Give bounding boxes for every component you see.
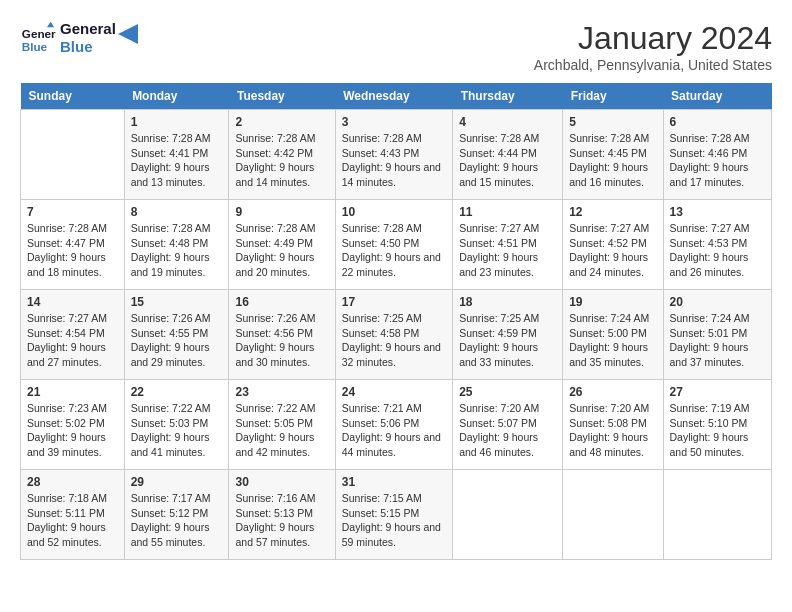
sunrise-text: Sunrise: 7:17 AM (131, 492, 211, 504)
month-title: January 2024 (534, 20, 772, 57)
daylight-text: Daylight: 9 hours and 16 minutes. (569, 161, 648, 188)
day-number: 17 (342, 295, 446, 309)
calendar-cell: 17 Sunrise: 7:25 AM Sunset: 4:58 PM Dayl… (335, 290, 452, 380)
day-number: 20 (670, 295, 765, 309)
day-number: 28 (27, 475, 118, 489)
daylight-text: Daylight: 9 hours and 17 minutes. (670, 161, 749, 188)
day-number: 18 (459, 295, 556, 309)
cell-content: Sunrise: 7:28 AM Sunset: 4:41 PM Dayligh… (131, 131, 223, 190)
calendar-cell: 13 Sunrise: 7:27 AM Sunset: 4:53 PM Dayl… (663, 200, 771, 290)
weekday-header-monday: Monday (124, 83, 229, 110)
sunrise-text: Sunrise: 7:28 AM (569, 132, 649, 144)
cell-content: Sunrise: 7:22 AM Sunset: 5:03 PM Dayligh… (131, 401, 223, 460)
cell-content: Sunrise: 7:21 AM Sunset: 5:06 PM Dayligh… (342, 401, 446, 460)
daylight-text: Daylight: 9 hours and 22 minutes. (342, 251, 441, 278)
sunrise-text: Sunrise: 7:16 AM (235, 492, 315, 504)
sunrise-text: Sunrise: 7:19 AM (670, 402, 750, 414)
sunrise-text: Sunrise: 7:27 AM (670, 222, 750, 234)
day-number: 7 (27, 205, 118, 219)
calendar-cell: 30 Sunrise: 7:16 AM Sunset: 5:13 PM Dayl… (229, 470, 335, 560)
day-number: 4 (459, 115, 556, 129)
day-number: 5 (569, 115, 656, 129)
daylight-text: Daylight: 9 hours and 59 minutes. (342, 521, 441, 548)
cell-content: Sunrise: 7:22 AM Sunset: 5:05 PM Dayligh… (235, 401, 328, 460)
cell-content: Sunrise: 7:27 AM Sunset: 4:52 PM Dayligh… (569, 221, 656, 280)
calendar-week-row: 7 Sunrise: 7:28 AM Sunset: 4:47 PM Dayli… (21, 200, 772, 290)
sunrise-text: Sunrise: 7:22 AM (235, 402, 315, 414)
cell-content: Sunrise: 7:28 AM Sunset: 4:48 PM Dayligh… (131, 221, 223, 280)
sunset-text: Sunset: 5:13 PM (235, 507, 313, 519)
day-number: 30 (235, 475, 328, 489)
daylight-text: Daylight: 9 hours and 50 minutes. (670, 431, 749, 458)
sunrise-text: Sunrise: 7:28 AM (235, 222, 315, 234)
calendar-cell: 2 Sunrise: 7:28 AM Sunset: 4:42 PM Dayli… (229, 110, 335, 200)
weekday-header-tuesday: Tuesday (229, 83, 335, 110)
day-number: 22 (131, 385, 223, 399)
daylight-text: Daylight: 9 hours and 13 minutes. (131, 161, 210, 188)
day-number: 19 (569, 295, 656, 309)
sunset-text: Sunset: 5:01 PM (670, 327, 748, 339)
cell-content: Sunrise: 7:19 AM Sunset: 5:10 PM Dayligh… (670, 401, 765, 460)
calendar-cell: 10 Sunrise: 7:28 AM Sunset: 4:50 PM Dayl… (335, 200, 452, 290)
day-number: 8 (131, 205, 223, 219)
daylight-text: Daylight: 9 hours and 57 minutes. (235, 521, 314, 548)
day-number: 2 (235, 115, 328, 129)
calendar-cell (663, 470, 771, 560)
calendar-cell: 29 Sunrise: 7:17 AM Sunset: 5:12 PM Dayl… (124, 470, 229, 560)
calendar-cell: 15 Sunrise: 7:26 AM Sunset: 4:55 PM Dayl… (124, 290, 229, 380)
sunset-text: Sunset: 4:49 PM (235, 237, 313, 249)
sunrise-text: Sunrise: 7:28 AM (131, 222, 211, 234)
sunset-text: Sunset: 5:15 PM (342, 507, 420, 519)
day-number: 14 (27, 295, 118, 309)
svg-marker-2 (47, 22, 54, 27)
daylight-text: Daylight: 9 hours and 46 minutes. (459, 431, 538, 458)
svg-marker-3 (118, 24, 138, 44)
sunset-text: Sunset: 5:05 PM (235, 417, 313, 429)
daylight-text: Daylight: 9 hours and 48 minutes. (569, 431, 648, 458)
sunrise-text: Sunrise: 7:25 AM (342, 312, 422, 324)
cell-content: Sunrise: 7:28 AM Sunset: 4:50 PM Dayligh… (342, 221, 446, 280)
cell-content: Sunrise: 7:16 AM Sunset: 5:13 PM Dayligh… (235, 491, 328, 550)
calendar-cell: 26 Sunrise: 7:20 AM Sunset: 5:08 PM Dayl… (563, 380, 663, 470)
daylight-text: Daylight: 9 hours and 18 minutes. (27, 251, 106, 278)
sunset-text: Sunset: 4:58 PM (342, 327, 420, 339)
cell-content: Sunrise: 7:27 AM Sunset: 4:51 PM Dayligh… (459, 221, 556, 280)
cell-content: Sunrise: 7:28 AM Sunset: 4:46 PM Dayligh… (670, 131, 765, 190)
logo-blue: Blue (60, 38, 116, 56)
calendar-cell: 20 Sunrise: 7:24 AM Sunset: 5:01 PM Dayl… (663, 290, 771, 380)
cell-content: Sunrise: 7:23 AM Sunset: 5:02 PM Dayligh… (27, 401, 118, 460)
sunrise-text: Sunrise: 7:20 AM (459, 402, 539, 414)
calendar-week-row: 14 Sunrise: 7:27 AM Sunset: 4:54 PM Dayl… (21, 290, 772, 380)
cell-content: Sunrise: 7:28 AM Sunset: 4:42 PM Dayligh… (235, 131, 328, 190)
cell-content: Sunrise: 7:20 AM Sunset: 5:07 PM Dayligh… (459, 401, 556, 460)
cell-content: Sunrise: 7:28 AM Sunset: 4:47 PM Dayligh… (27, 221, 118, 280)
cell-content: Sunrise: 7:27 AM Sunset: 4:54 PM Dayligh… (27, 311, 118, 370)
sunset-text: Sunset: 5:07 PM (459, 417, 537, 429)
day-number: 23 (235, 385, 328, 399)
daylight-text: Daylight: 9 hours and 15 minutes. (459, 161, 538, 188)
sunrise-text: Sunrise: 7:25 AM (459, 312, 539, 324)
weekday-header-sunday: Sunday (21, 83, 125, 110)
logo-general: General (60, 20, 116, 38)
daylight-text: Daylight: 9 hours and 23 minutes. (459, 251, 538, 278)
daylight-text: Daylight: 9 hours and 44 minutes. (342, 431, 441, 458)
sunrise-text: Sunrise: 7:20 AM (569, 402, 649, 414)
sunset-text: Sunset: 4:52 PM (569, 237, 647, 249)
daylight-text: Daylight: 9 hours and 35 minutes. (569, 341, 648, 368)
sunrise-text: Sunrise: 7:27 AM (459, 222, 539, 234)
calendar-cell (21, 110, 125, 200)
weekday-header-wednesday: Wednesday (335, 83, 452, 110)
sunset-text: Sunset: 4:44 PM (459, 147, 537, 159)
calendar-cell: 12 Sunrise: 7:27 AM Sunset: 4:52 PM Dayl… (563, 200, 663, 290)
day-number: 26 (569, 385, 656, 399)
calendar-cell: 31 Sunrise: 7:15 AM Sunset: 5:15 PM Dayl… (335, 470, 452, 560)
calendar-cell: 4 Sunrise: 7:28 AM Sunset: 4:44 PM Dayli… (453, 110, 563, 200)
calendar-cell: 1 Sunrise: 7:28 AM Sunset: 4:41 PM Dayli… (124, 110, 229, 200)
calendar-cell: 19 Sunrise: 7:24 AM Sunset: 5:00 PM Dayl… (563, 290, 663, 380)
location: Archbald, Pennsylvania, United States (534, 57, 772, 73)
calendar-cell: 11 Sunrise: 7:27 AM Sunset: 4:51 PM Dayl… (453, 200, 563, 290)
sunset-text: Sunset: 4:41 PM (131, 147, 209, 159)
sunset-text: Sunset: 4:50 PM (342, 237, 420, 249)
sunrise-text: Sunrise: 7:24 AM (569, 312, 649, 324)
sunrise-text: Sunrise: 7:15 AM (342, 492, 422, 504)
